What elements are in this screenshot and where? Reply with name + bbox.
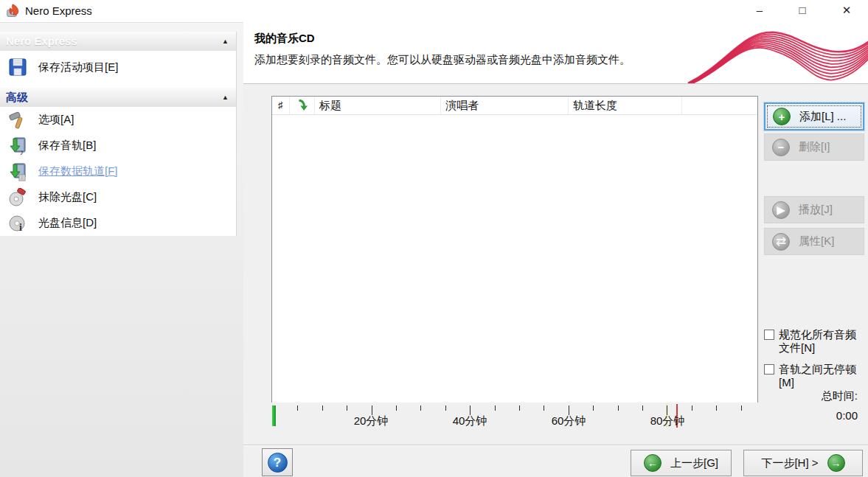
- minus-icon: −: [772, 139, 790, 156]
- ruler-tick: [593, 405, 594, 411]
- nero-app-icon: [6, 4, 21, 18]
- ruler-label-40: 40分钟: [453, 414, 487, 428]
- back-button[interactable]: ← 上一步[G]: [631, 450, 732, 476]
- sidebar-item-label: 保存活动项目[E]: [38, 60, 118, 74]
- ruler-tick: [618, 405, 619, 411]
- play-button-label: 播放[J]: [799, 203, 833, 217]
- sidebar-group-advanced[interactable]: 高级 ▲: [0, 88, 236, 107]
- ruler-label-20: 20分钟: [354, 414, 389, 428]
- sidebar-item-save-data-tracks[interactable]: 保存数据轨道[F]: [0, 159, 236, 184]
- ruler-label-80: 80分钟: [650, 414, 685, 428]
- ruler-tick: [420, 405, 421, 411]
- ruler-tick: [396, 405, 397, 411]
- column-track-number[interactable]: ♯: [272, 97, 290, 114]
- column-extra[interactable]: [682, 97, 757, 114]
- next-button-label: 下一步[H] >: [761, 456, 818, 470]
- ruler-tick: [741, 405, 742, 411]
- title-bar: Nero Express – □ ✕: [0, 0, 868, 22]
- ruler-tick: [692, 405, 692, 411]
- swap-arrows-icon: ⇄: [772, 233, 790, 251]
- page-description: 添加想要刻录的音频文件。您可以从硬盘驱动器或音频光盘中添加音频文件。: [254, 53, 631, 67]
- total-time: 总时间: 0:00: [764, 389, 858, 422]
- sidebar-item-options[interactable]: 选项[A]: [0, 107, 236, 133]
- column-artist[interactable]: 演唱者: [441, 97, 569, 114]
- add-button-label: 添加[L] ...: [799, 110, 846, 124]
- sidebar-item-label: 选项[A]: [38, 113, 74, 127]
- sidebar-item-label: 光盘信息[D]: [38, 216, 97, 230]
- delete-button-label: 删除[I]: [799, 140, 830, 154]
- svg-text:i: i: [19, 222, 22, 233]
- svg-text:♪: ♪: [20, 148, 24, 156]
- left-panel: Nero Express ▲ 保存活动项目[E] 高级 ▲: [0, 22, 243, 477]
- maximize-button[interactable]: □: [788, 0, 817, 21]
- normalize-checkbox-row[interactable]: 规范化所有音频文件[N]: [764, 328, 860, 355]
- ruler-tick: [347, 405, 347, 411]
- sidebar-item-label: 保存音轨[B]: [38, 139, 96, 153]
- normalize-checkbox[interactable]: [764, 330, 774, 340]
- play-button[interactable]: ▶ 播放[J]: [764, 196, 864, 223]
- no-pause-checkbox-label: 音轨之间无停顿[M]: [779, 363, 860, 389]
- track-table: ♯ 标题 演唱者 轨道长度: [271, 96, 758, 403]
- close-button[interactable]: ✕: [832, 0, 861, 21]
- compilation-panel: ♯ 标题 演唱者 轨道长度 20分钟 40分钟 60分钟 80分钟 + 添加[L…: [243, 84, 868, 445]
- normalize-checkbox-label: 规范化所有音频文件[N]: [779, 328, 860, 355]
- back-button-label: 上一步[G]: [670, 456, 718, 470]
- properties-button[interactable]: ⇄ 属性[K]: [764, 228, 864, 255]
- wave-graphic: [669, 22, 868, 83]
- disc-info-icon: i: [6, 212, 29, 235]
- collapse-arrow-icon[interactable]: ▲: [222, 32, 229, 51]
- sidebar-group-nero-express[interactable]: Nero Express ▲: [0, 32, 236, 51]
- erase-disc-icon: [6, 186, 29, 209]
- no-pause-checkbox[interactable]: [764, 364, 774, 375]
- sidebar-item-disc-info[interactable]: i 光盘信息[D]: [0, 210, 236, 236]
- sidebar: Nero Express ▲ 保存活动项目[E] 高级 ▲: [0, 32, 237, 236]
- collapse-arrow-icon[interactable]: ▲: [222, 88, 229, 107]
- green-down-arrow-icon: [296, 100, 308, 111]
- ruler-tick: [569, 405, 569, 415]
- track-list-body[interactable]: [272, 115, 757, 403]
- properties-button-label: 属性[K]: [799, 234, 834, 248]
- ruler-tick: [667, 405, 667, 415]
- main-header: 我的音乐CD 添加想要刻录的音频文件。您可以从硬盘驱动器或音频光盘中添加音频文件…: [243, 22, 868, 84]
- no-pause-checkbox-row[interactable]: 音轨之间无停顿[M]: [764, 363, 860, 389]
- ruler-label-60: 60分钟: [552, 414, 586, 428]
- sidebar-item-label: 保存数据轨道[F]: [38, 164, 118, 178]
- track-table-header: ♯ 标题 演唱者 轨道长度: [272, 97, 757, 115]
- page-title: 我的音乐CD: [254, 32, 315, 46]
- plus-icon: +: [773, 108, 791, 125]
- ruler-tick: [470, 405, 471, 415]
- next-button[interactable]: 下一步[H] > →: [743, 450, 863, 476]
- floppy-disk-icon: [6, 55, 29, 79]
- help-button[interactable]: ?: [262, 448, 293, 476]
- column-sort[interactable]: [290, 97, 315, 114]
- sidebar-item-save-audio-tracks[interactable]: ♪ 保存音轨[B]: [0, 133, 236, 159]
- total-time-label: 总时间:: [764, 389, 858, 403]
- ruler-tick: [445, 405, 446, 411]
- column-title[interactable]: 标题: [315, 97, 441, 114]
- sidebar-group-label: 高级: [6, 91, 28, 103]
- ruler-tick: [519, 405, 520, 411]
- arrow-left-icon: ←: [644, 454, 662, 472]
- footer-bar: ? ← 上一步[G] 下一步[H] > →: [243, 445, 868, 477]
- sidebar-item-save-project[interactable]: 保存活动项目[E]: [0, 51, 236, 83]
- ruler-tick: [544, 405, 544, 411]
- sidebar-item-erase-disc[interactable]: 抹除光盘[C]: [0, 184, 236, 210]
- column-track-length[interactable]: 轨道长度: [569, 97, 682, 114]
- capacity-start-marker: [272, 405, 276, 426]
- ruler-tick: [716, 405, 717, 411]
- ruler-tick: [297, 405, 298, 411]
- total-time-value: 0:00: [764, 409, 858, 422]
- minimize-button[interactable]: –: [745, 0, 774, 21]
- sidebar-item-label: 抹除光盘[C]: [38, 190, 97, 204]
- save-audio-tracks-icon: ♪: [6, 134, 29, 158]
- delete-button[interactable]: − 删除[I]: [764, 133, 864, 161]
- play-icon: ▶: [772, 201, 790, 219]
- ruler-tick: [495, 405, 496, 411]
- help-icon: ?: [268, 453, 288, 473]
- arrow-right-icon: →: [827, 454, 845, 472]
- add-button[interactable]: + 添加[L] ...: [764, 102, 864, 130]
- hammer-icon: [6, 108, 29, 132]
- sidebar-group-label: Nero Express: [6, 35, 77, 47]
- ruler-tick: [372, 405, 372, 415]
- window-title: Nero Express: [25, 4, 92, 17]
